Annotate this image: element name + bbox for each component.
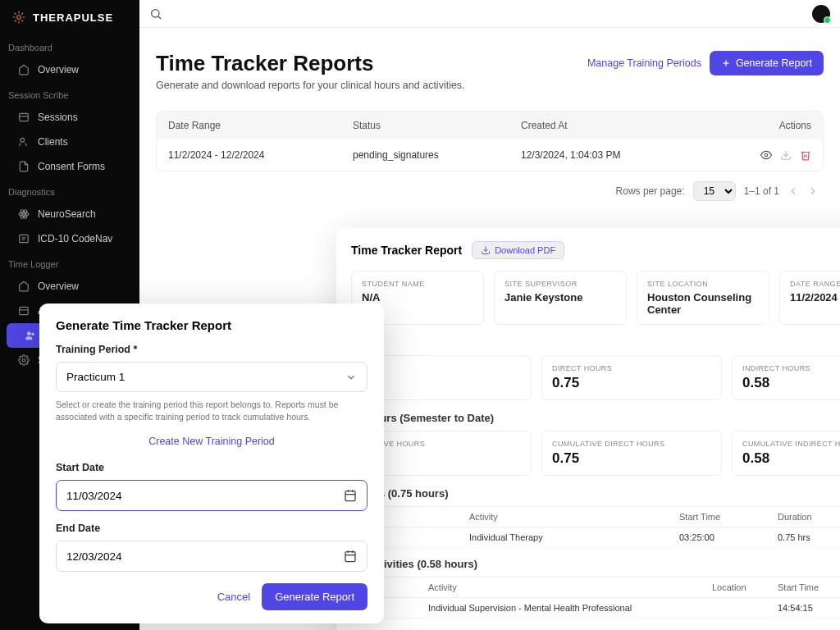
stat-indirect: INDIRECT HOURS0.58 <box>732 355 840 400</box>
report-preview-card: Time Tracker Report Download PDF STUDENT… <box>336 228 840 630</box>
calendar-icon <box>344 489 357 502</box>
generate-report-modal: Generate Time Tracker Report Training Pe… <box>39 304 384 623</box>
sidebar-section-label: Diagnostics <box>0 179 139 202</box>
end-date-input[interactable]: 12/03/2024 <box>56 541 368 572</box>
sidebar-item[interactable]: Sessions <box>0 105 139 130</box>
sidebar-item-label: NeuroSearch <box>38 208 96 220</box>
download-pdf-button[interactable]: Download PDF <box>472 241 564 259</box>
users-filled-icon <box>25 330 36 341</box>
submit-generate-button[interactable]: Generate Report <box>262 583 368 610</box>
svg-rect-27 <box>345 552 355 562</box>
sidebar-item[interactable]: Overview <box>0 57 139 82</box>
download-icon <box>481 245 491 255</box>
pager-range: 1–1 of 1 <box>744 185 779 197</box>
svg-point-14 <box>31 333 34 336</box>
sidebar-section-label: Dashboard <box>0 34 139 57</box>
indirect-activity-row: Individual Supervision - Mental Health P… <box>351 598 840 619</box>
direct-activity-row: Individual Therapy03:25:000.75 hrs <box>351 527 840 548</box>
sidebar-item-label: ICD-10 CodeNav <box>38 233 112 244</box>
users-icon <box>18 136 30 148</box>
sidebar-item[interactable]: NeuroSearch <box>0 202 139 226</box>
sidebar-section-label: Session Scribe <box>0 82 139 105</box>
cancel-button[interactable]: Cancel <box>217 591 250 603</box>
table-pager: Rows per page: 15 1–1 of 1 <box>156 171 824 211</box>
table-row[interactable]: 11/2/2024 - 12/2/2024 pending_signatures… <box>157 139 823 171</box>
topbar <box>139 0 840 28</box>
start-date-label: Start Date <box>56 462 368 473</box>
sidebar-item[interactable]: Consent Forms <box>0 154 139 179</box>
svg-rect-23 <box>345 491 355 501</box>
stat-direct: DIRECT HOURS0.75 <box>541 355 722 400</box>
code-icon <box>18 233 30 244</box>
end-date-label: End Date <box>56 523 368 534</box>
view-icon[interactable] <box>760 149 772 161</box>
download-icon[interactable] <box>780 149 792 161</box>
chevron-down-icon <box>345 372 357 383</box>
th-status: Status <box>353 120 521 131</box>
home-icon <box>18 64 30 75</box>
rows-per-page-select[interactable]: 15 <box>693 181 736 201</box>
sidebar-item[interactable]: Overview <box>0 274 139 299</box>
info-daterange: DATE RANGE11/2/2024 - 12/2/202 <box>779 271 840 325</box>
modal-title: Generate Time Tracker Report <box>56 318 368 332</box>
svg-point-13 <box>27 331 31 336</box>
sidebar-item-label: Overview <box>38 281 79 292</box>
svg-line-17 <box>158 16 161 19</box>
reports-table: Date Range Status Created At Actions 11/… <box>156 111 824 171</box>
avatar[interactable] <box>812 5 830 23</box>
plus-icon <box>721 58 731 68</box>
svg-point-20 <box>765 153 768 157</box>
list-icon <box>18 305 30 317</box>
training-period-label: Training Period * <box>56 344 368 355</box>
home-icon <box>18 281 30 292</box>
training-period-select[interactable]: Practicum 1 <box>56 362 368 392</box>
info-supervisor: SITE SUPERVISORJanie Keystone <box>494 271 627 325</box>
brand-logo[interactable]: THERAPULSE <box>0 0 139 34</box>
svg-rect-11 <box>20 307 29 314</box>
svg-point-4 <box>23 213 25 215</box>
sidebar-section-label: Time Logger <box>0 251 139 274</box>
svg-point-16 <box>152 9 159 16</box>
page-title: Time Tracker Reports <box>156 51 465 76</box>
svg-rect-8 <box>20 235 29 242</box>
create-training-period-link[interactable]: Create New Training Period <box>56 436 368 447</box>
sidebar-item-label: Consent Forms <box>38 161 105 172</box>
generate-report-button[interactable]: Generate Report <box>710 51 824 75</box>
list-icon <box>18 112 30 123</box>
preview-title: Time Tracker Report <box>351 244 462 257</box>
sidebar-item-label: Clients <box>38 136 68 148</box>
brand-name: THERAPULSE <box>33 11 113 24</box>
page-subtitle: Generate and download reports for your c… <box>156 80 465 91</box>
sidebar-item[interactable]: Clients <box>0 130 139 154</box>
delete-icon[interactable] <box>800 149 811 161</box>
sidebar-item[interactable]: ICD-10 CodeNav <box>0 226 139 251</box>
sidebar-item-label: Sessions <box>38 112 78 123</box>
chevron-left-icon[interactable] <box>788 185 799 197</box>
logo-icon <box>11 10 26 25</box>
chevron-right-icon[interactable] <box>807 185 819 197</box>
gear-icon <box>18 354 30 366</box>
atom-icon <box>18 208 30 220</box>
start-date-input[interactable]: 11/03/2024 <box>56 480 368 511</box>
info-location: SITE LOCATIONHouston Counseling Center <box>637 271 769 325</box>
training-period-help: Select or create the training period thi… <box>56 399 368 422</box>
doc-icon <box>18 161 30 172</box>
th-actions: Actions <box>746 120 811 131</box>
th-created: Created At <box>521 120 746 131</box>
th-date-range: Date Range <box>168 120 353 131</box>
sidebar-item-label: Overview <box>38 64 79 75</box>
svg-point-0 <box>17 16 21 20</box>
search-icon[interactable] <box>149 7 162 21</box>
svg-point-3 <box>21 138 25 142</box>
manage-training-link[interactable]: Manage Training Periods <box>587 57 701 69</box>
calendar-icon <box>344 550 357 563</box>
svg-rect-1 <box>20 113 29 121</box>
svg-point-15 <box>22 358 25 362</box>
